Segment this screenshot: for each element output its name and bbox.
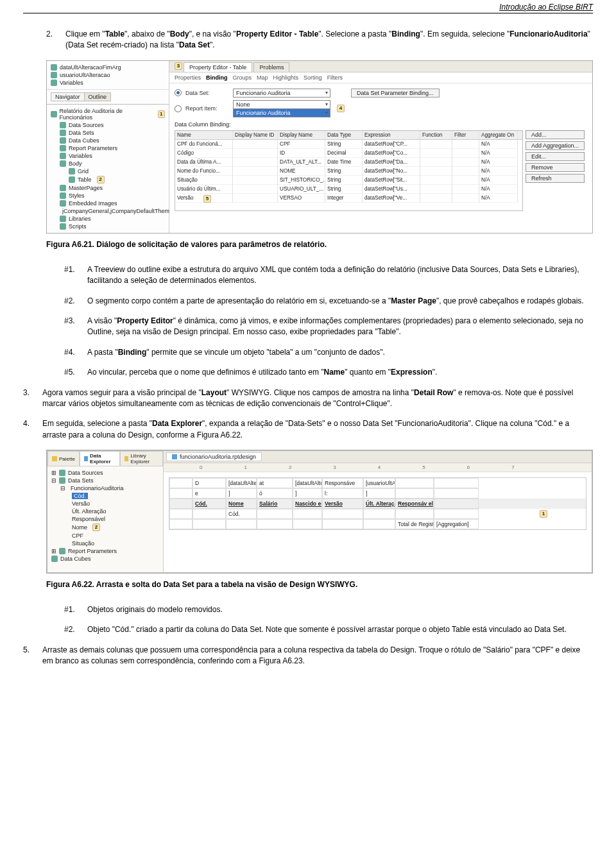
radio-dataset[interactable] xyxy=(175,89,182,96)
figure-22-caption: Figura A6.22. Arrasta e solta do Data Se… xyxy=(46,580,593,589)
outline-item[interactable]: Embedded Images xyxy=(51,200,165,207)
tree-col[interactable]: Últ. Alteração xyxy=(51,507,159,515)
btn-add-aggregation[interactable]: Add Aggregation... xyxy=(526,141,585,150)
outline-item[interactable]: Data Sources xyxy=(51,121,165,129)
outline-item[interactable]: Grid xyxy=(51,167,165,175)
grid-row[interactable]: Usuário do Últim...USUARIO_ULT_...String… xyxy=(175,185,522,194)
step-4: 4. Em seguida, selecione a pasta "Data E… xyxy=(23,418,593,441)
topvar-item[interactable]: dataUltAlteracaoFimArg xyxy=(51,64,165,71)
tree-col[interactable]: Nome2 xyxy=(51,523,159,532)
outline-root[interactable]: Relatório de Auditoria de Funcionários1 xyxy=(51,107,165,121)
tree-col[interactable]: Responsável xyxy=(51,515,159,523)
outline-item[interactable]: Body xyxy=(51,160,165,167)
grid-row[interactable]: Data da Última A...DATA_ULT_ALT...Date T… xyxy=(175,158,522,167)
binding-grid[interactable]: NameDisplay Name IDDisplay NameData Type… xyxy=(175,130,523,211)
editor-file-tab[interactable]: funcionarioAuditoria.rptdesign xyxy=(166,452,262,461)
btn-add[interactable]: Add... xyxy=(526,130,585,139)
outline-item[interactable]: Styles xyxy=(51,192,165,200)
label-dataset: Data Set: xyxy=(185,90,229,96)
nav-tabs: Navigator Outline xyxy=(47,90,169,105)
tab-palette[interactable]: Palette xyxy=(47,451,80,466)
editor-tabs: funcionarioAuditoria.rptdesign xyxy=(164,451,592,463)
hash-note: #1.Objetos originais do modelo removidos… xyxy=(46,604,593,615)
tree-data-cubes[interactable]: Data Cubes xyxy=(51,555,159,563)
radio-report-item[interactable] xyxy=(175,105,182,112)
outline-item-table[interactable]: Table2 xyxy=(51,175,165,184)
grid-header-cell[interactable]: Display Name xyxy=(278,131,325,139)
step-4-num: 4. xyxy=(23,418,42,441)
outline-item[interactable]: Libraries xyxy=(51,215,165,223)
step-2: 2. Clique em "Table", abaixo de "Body", … xyxy=(46,29,593,51)
badge-1: 1 xyxy=(158,110,166,118)
tab-problems[interactable]: Problems xyxy=(253,62,289,72)
tree-report-params[interactable]: ⊞Report Parameters xyxy=(51,547,159,555)
screenshot-property-editor: dataUltAlteracaoFimArg usuarioUltAlterac… xyxy=(46,60,593,234)
hash-note: #5.Ao vincular, perceba que o nome que d… xyxy=(46,367,593,378)
btn-refresh[interactable]: Refresh xyxy=(526,174,585,183)
grid-header-cell[interactable]: Data Type xyxy=(325,131,363,139)
badge-5: 5 xyxy=(203,195,211,203)
grid-header-cell[interactable]: Name xyxy=(175,131,233,139)
outline-item[interactable]: Data Sets xyxy=(51,129,165,137)
grid-header-cell[interactable]: Expression xyxy=(363,131,420,139)
step-3-text: Agora vamos seguir para a visão principa… xyxy=(42,388,593,410)
btn-edit[interactable]: Edit... xyxy=(526,152,585,161)
subtab-binding[interactable]: Binding xyxy=(206,74,228,81)
tab-outline[interactable]: Outline xyxy=(84,92,112,101)
badge-3: 3 xyxy=(175,62,182,70)
subtab-map[interactable]: Map xyxy=(257,74,268,81)
grid-header-cell[interactable]: Aggregate On xyxy=(479,131,518,139)
tree-col[interactable]: Versão xyxy=(51,500,159,507)
grid-header-cell[interactable]: Function xyxy=(420,131,452,139)
topvar-item[interactable]: usuarioUltAlteracao xyxy=(51,71,165,79)
combo-report-item-sel[interactable]: Funcionario Auditoria xyxy=(233,108,330,117)
btn-remove[interactable]: Remove xyxy=(526,163,585,172)
hash-note: #2.Objeto "Cód." criado a partir da colu… xyxy=(46,624,593,635)
tree-col-cod[interactable]: Cód. xyxy=(51,492,159,500)
grid-header-cell[interactable]: Filter xyxy=(452,131,479,139)
hash-note: #3.A visão "Property Editor" é dinâmica,… xyxy=(46,316,593,338)
outline-item[interactable]: Data Cubes xyxy=(51,137,165,144)
grid-row[interactable]: SituaçãoSIT_HISTORICO_...StringdataSetRo… xyxy=(175,176,522,185)
combo-dataset[interactable]: Funcionario Auditoria xyxy=(233,89,330,98)
outline-item[interactable]: Report Parameters xyxy=(51,144,165,152)
design-table[interactable]: D[dataUltAlteracao...at[dataUltAlteracao… xyxy=(169,477,586,530)
tree-data-sets[interactable]: ⊟Data Sets xyxy=(51,477,159,484)
tree-data-sources[interactable]: ⊞Data Sources xyxy=(51,469,159,477)
tab-property-editor[interactable]: Property Editor - Table xyxy=(184,62,252,72)
topvar-item[interactable]: Variables xyxy=(51,79,165,87)
screenshot-data-explorer: Palette Data Explorer Library Explorer ⊞… xyxy=(46,450,593,574)
badge-4: 4 xyxy=(337,105,345,112)
label-data-col-binding: Data Column Binding: xyxy=(175,121,587,128)
tab-navigator[interactable]: Navigator xyxy=(51,92,85,101)
label-report-item: Report Item: xyxy=(185,105,229,112)
tree-col[interactable]: CPF xyxy=(51,532,159,540)
tab-library-explorer[interactable]: Library Explorer xyxy=(120,451,163,466)
tree-ds[interactable]: ⊟FuncionarioAuditoria xyxy=(51,484,159,492)
step-5-text: Arraste as demais colunas que possuem um… xyxy=(42,645,593,667)
tab-data-explorer[interactable]: Data Explorer xyxy=(80,451,120,466)
grid-row[interactable]: Nome do Funcio...NOMEStringdataSetRow["N… xyxy=(175,167,522,176)
btn-dataset-param-binding[interactable]: Data Set Parameter Binding... xyxy=(351,89,440,98)
step-5-num: 5. xyxy=(23,645,42,667)
subtab-sorting[interactable]: Sorting xyxy=(304,74,322,81)
outline-item[interactable]: jCompanyGeneral,jCompanyDefaultTheme xyxy=(51,207,165,215)
subtab-groups[interactable]: Groups xyxy=(233,74,252,81)
subtab-filters[interactable]: Filters xyxy=(327,74,343,81)
grid-row[interactable]: CPF do Funcioná...CPFStringdataSetRow["C… xyxy=(175,140,522,149)
step-3-num: 3. xyxy=(23,388,42,410)
grid-row[interactable]: VersãoVERSAOIntegerdataSetRow["Ve...N/A xyxy=(175,194,522,203)
header-rule xyxy=(23,13,593,13)
tree-col[interactable]: Situação xyxy=(51,540,159,547)
combo-report-item[interactable]: None xyxy=(233,100,330,109)
ruler: 01234567 xyxy=(164,463,592,472)
subtab-highlights[interactable]: Highlights xyxy=(273,74,299,81)
outline-item[interactable]: Scripts xyxy=(51,223,165,230)
grid-header-cell[interactable]: Display Name ID xyxy=(233,131,278,139)
outline-item[interactable]: MasterPages xyxy=(51,184,165,192)
grid-row[interactable]: CódigoIDDecimaldataSetRow["Co...N/A xyxy=(175,149,522,158)
badge-2: 2 xyxy=(97,176,105,183)
step-4-text: Em seguida, selecione a pasta "Data Expl… xyxy=(42,418,593,441)
outline-item[interactable]: Variables xyxy=(51,152,165,160)
subtab-properties[interactable]: Properties xyxy=(175,74,201,81)
